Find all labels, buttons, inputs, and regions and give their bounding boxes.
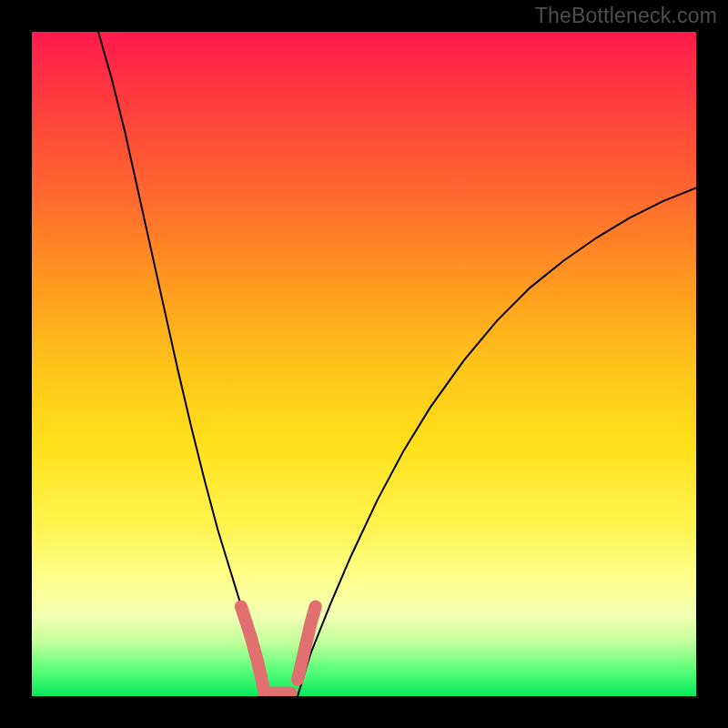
watermark-text: TheBottleneck.com: [535, 4, 717, 28]
curve-right-branch: [298, 188, 696, 697]
bottleneck-marker-left: [241, 607, 291, 693]
bottleneck-marker-right: [298, 607, 316, 680]
chart-svg: [32, 32, 696, 696]
curve-left-branch: [98, 32, 265, 696]
chart-frame: TheBottleneck.com: [0, 0, 728, 728]
chart-plot-area: [32, 32, 696, 696]
